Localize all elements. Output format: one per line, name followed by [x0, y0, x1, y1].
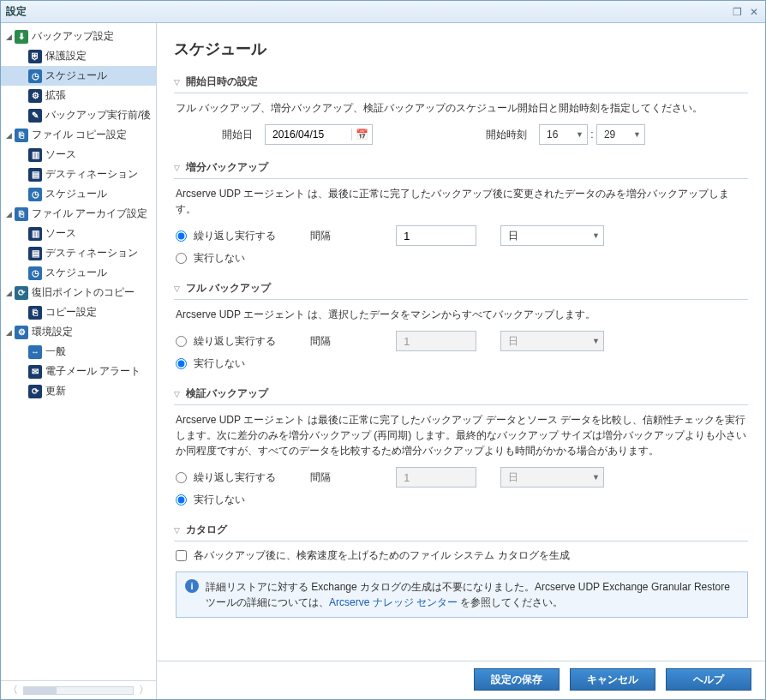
- incremental-repeat-label[interactable]: 繰り返し実行する: [194, 229, 276, 243]
- sidebar-group-1[interactable]: ◢⎘ファイル コピー設定: [1, 125, 156, 145]
- sidebar-group-3[interactable]: ◢⟳復旧ポイントのコピー: [1, 283, 156, 302]
- section-incremental: ▽ 増分バックアップ Arcserve UDP エージェント は、最後に正常に完…: [174, 157, 748, 266]
- sidebar-item-label: 保護設定: [45, 49, 87, 63]
- tree-expand-icon[interactable]: ◢: [6, 210, 15, 218]
- verify-interval-label: 間隔: [310, 470, 396, 485]
- scroll-track[interactable]: [23, 686, 134, 695]
- tree-expand-icon[interactable]: ◢: [6, 131, 15, 140]
- sidebar-group-2[interactable]: ◢⎘ファイル アーカイブ設定: [1, 204, 156, 224]
- dest-icon: ▤: [28, 168, 42, 182]
- tree-expand-icon[interactable]: ◢: [6, 289, 15, 297]
- info-icon: i: [185, 579, 199, 593]
- nav-tree[interactable]: ◢⬇バックアップ設定⛨保護設定◷スケジュール⚙拡張✎バックアップ実行前/後◢⎘フ…: [1, 23, 156, 680]
- full-repeat-radio[interactable]: [176, 336, 187, 347]
- sidebar-item-0-2[interactable]: ⚙拡張: [1, 86, 156, 105]
- incremental-none-label[interactable]: 実行しない: [194, 251, 245, 266]
- collapse-icon[interactable]: ▽: [174, 78, 186, 87]
- section-verify-header[interactable]: ▽ 検証バックアップ: [174, 383, 748, 405]
- calendar-icon[interactable]: 📅: [351, 129, 372, 141]
- incremental-repeat-radio[interactable]: [176, 230, 187, 242]
- full-interval-input: [396, 331, 476, 351]
- start-date-label: 開始日: [176, 128, 253, 142]
- sidebar-item-0-3[interactable]: ✎バックアップ実行前/後: [1, 105, 156, 125]
- verify-repeat-label[interactable]: 繰り返し実行する: [194, 470, 276, 485]
- section-start-desc: フル バックアップ、増分バックアップ、検証バックアップのスケジュール開始日と開始…: [176, 100, 748, 116]
- incremental-unit-select[interactable]: 日 ▼: [500, 225, 604, 246]
- sidebar-group-0[interactable]: ◢⬇バックアップ設定: [1, 27, 156, 46]
- time-separator: :: [588, 129, 596, 141]
- incremental-interval-input[interactable]: [396, 225, 476, 246]
- start-date-input[interactable]: [266, 129, 351, 141]
- start-minute-select[interactable]: 29 ▼: [596, 124, 645, 145]
- collapse-icon[interactable]: ▽: [174, 526, 186, 535]
- section-catalog: ▽ カタログ 各バックアップ後に、検索速度を上げるためのファイル システム カタ…: [174, 519, 748, 618]
- section-catalog-header[interactable]: ▽ カタログ: [174, 519, 748, 541]
- scroll-left-icon[interactable]: 〈: [8, 683, 18, 697]
- scroll-right-icon[interactable]: 〉: [139, 683, 149, 697]
- window-title: 設定: [6, 4, 731, 19]
- sidebar-item-0-0[interactable]: ⛨保護設定: [1, 46, 156, 66]
- restore-window-icon[interactable]: ❐: [731, 6, 743, 18]
- sidebar: ◢⬇バックアップ設定⛨保護設定◷スケジュール⚙拡張✎バックアップ実行前/後◢⎘フ…: [1, 23, 157, 699]
- tree-expand-icon[interactable]: ◢: [6, 33, 15, 41]
- sidebar-item-2-0[interactable]: ▥ソース: [1, 224, 156, 243]
- verify-none-radio[interactable]: [176, 494, 187, 506]
- dest-icon: ▤: [28, 247, 42, 260]
- catalog-generate-label[interactable]: 各バックアップ後に、検索速度を上げるためのファイル システム カタログを生成: [194, 548, 570, 563]
- full-repeat-label[interactable]: 繰り返し実行する: [194, 334, 276, 349]
- full-none-label[interactable]: 実行しない: [194, 356, 245, 371]
- sidebar-group-4[interactable]: ◢⚙環境設定: [1, 322, 156, 342]
- section-full: ▽ フル バックアップ Arcserve UDP エージェント は、選択したデー…: [174, 278, 748, 371]
- chevron-down-icon: ▼: [592, 231, 600, 240]
- source-icon: ▥: [28, 227, 42, 241]
- sidebar-item-4-1[interactable]: ✉電子メール アラート: [1, 362, 156, 381]
- verify-none-label[interactable]: 実行しない: [194, 493, 245, 507]
- section-incremental-header[interactable]: ▽ 増分バックアップ: [174, 157, 748, 179]
- sidebar-item-label: 更新: [45, 384, 66, 398]
- catalog-generate-checkbox[interactable]: [176, 550, 187, 561]
- collapse-icon[interactable]: ▽: [174, 164, 186, 172]
- sidebar-hscroll[interactable]: 〈 〉: [1, 680, 156, 699]
- full-none-radio[interactable]: [176, 358, 187, 369]
- tree-expand-icon[interactable]: ◢: [6, 328, 15, 337]
- sidebar-item-2-1[interactable]: ▤デスティネーション: [1, 243, 156, 263]
- collapse-icon[interactable]: ▽: [174, 390, 186, 398]
- sidebar-item-1-0[interactable]: ▥ソース: [1, 145, 156, 165]
- sidebar-item-label: デスティネーション: [45, 167, 138, 182]
- sidebar-item-3-0[interactable]: ⎘コピー設定: [1, 302, 156, 322]
- sidebar-group-label: ファイル アーカイブ設定: [32, 206, 147, 221]
- collapse-icon[interactable]: ▽: [174, 284, 186, 293]
- section-start-header[interactable]: ▽ 開始日時の設定: [174, 71, 748, 93]
- verify-repeat-radio[interactable]: [176, 472, 187, 483]
- sidebar-item-1-2[interactable]: ◷スケジュール: [1, 184, 156, 204]
- catalog-info-box: i 詳細リストアに対する Exchange カタログの生成は不要になりました。A…: [176, 571, 748, 618]
- window-body: ◢⬇バックアップ設定⛨保護設定◷スケジュール⚙拡張✎バックアップ実行前/後◢⎘フ…: [1, 23, 765, 699]
- section-full-header[interactable]: ▽ フル バックアップ: [174, 278, 748, 300]
- start-date-field[interactable]: 📅: [265, 124, 373, 145]
- sidebar-item-2-2[interactable]: ◷スケジュール: [1, 263, 156, 283]
- section-catalog-title: カタログ: [186, 523, 227, 537]
- knowledge-center-link[interactable]: Arcserve ナレッジ センター: [329, 596, 458, 608]
- sidebar-item-1-1[interactable]: ▤デスティネーション: [1, 165, 156, 184]
- sidebar-item-0-1[interactable]: ◷スケジュール: [1, 66, 156, 86]
- sidebar-item-label: スケジュール: [45, 187, 107, 201]
- help-button[interactable]: ヘルプ: [666, 668, 751, 691]
- sidebar-item-4-0[interactable]: ↔一般: [1, 342, 156, 362]
- mail-icon: ✉: [28, 365, 42, 379]
- settings-window: 設定 ❐ ✕ ◢⬇バックアップ設定⛨保護設定◷スケジュール⚙拡張✎バックアップ実…: [0, 0, 766, 700]
- section-incremental-title: 増分バックアップ: [186, 160, 268, 175]
- save-button[interactable]: 設定の保存: [474, 668, 560, 691]
- catalog-info-text: 詳細リストアに対する Exchange カタログの生成は不要になりました。Arc…: [206, 579, 739, 610]
- incremental-none-radio[interactable]: [176, 253, 187, 264]
- start-hour-select[interactable]: 16 ▼: [539, 124, 588, 145]
- section-start: ▽ 開始日時の設定 フル バックアップ、増分バックアップ、検証バックアップのスケ…: [174, 71, 748, 145]
- sidebar-item-4-2[interactable]: ⟳更新: [1, 381, 156, 401]
- close-icon[interactable]: ✕: [748, 6, 760, 18]
- sidebar-item-label: デスティネーション: [45, 246, 138, 260]
- cancel-button[interactable]: キャンセル: [570, 668, 655, 691]
- sidebar-group-label: 復旧ポイントのコピー: [32, 285, 135, 300]
- titlebar: 設定 ❐ ✕: [1, 1, 765, 23]
- sidebar-item-label: 電子メール アラート: [45, 364, 141, 379]
- scroll-thumb[interactable]: [24, 687, 57, 694]
- clock-icon: ◷: [28, 188, 42, 201]
